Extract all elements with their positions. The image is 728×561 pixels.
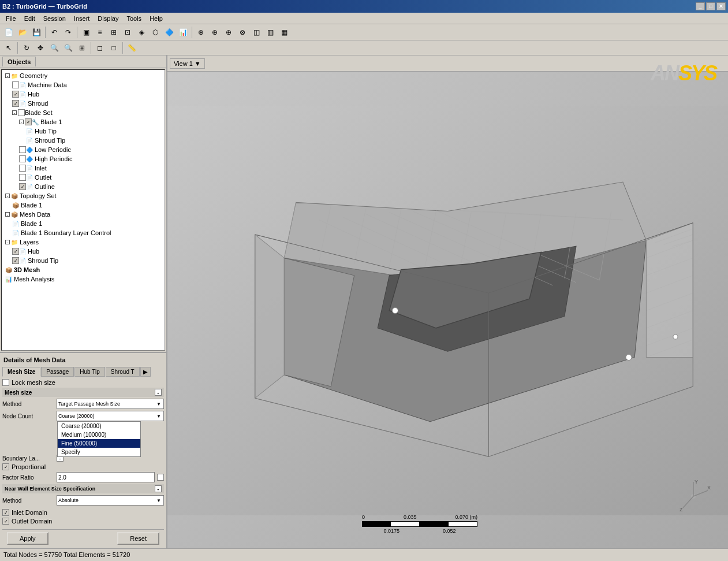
objects-tab[interactable]: Objects [2,57,36,66]
tool-4[interactable]: ⊡ [121,26,134,39]
tool-1[interactable]: ▣ [80,26,92,39]
mesh-size-collapse[interactable]: - [155,389,162,396]
near-wall-collapse[interactable]: - [155,485,162,492]
undo-button[interactable]: ↶ [48,26,61,39]
tree-hub[interactable]: ✓ 📄 Hub [3,90,163,99]
near-wall-method-select[interactable]: Absolute ▼ [57,495,164,506]
tab-passage[interactable]: Passage [41,367,74,377]
topology-toggle[interactable]: - [5,194,10,198]
tool-13[interactable]: ◫ [250,26,263,39]
tree-mesh-data[interactable]: - 📦 Mesh Data [3,210,163,219]
menu-tools[interactable]: Tools [123,14,145,23]
tool-12[interactable]: ⊗ [236,26,249,39]
cursor-button[interactable]: ↖ [2,42,15,54]
pan-button[interactable]: ✥ [34,42,47,54]
geometry-toggle[interactable]: - [5,73,10,78]
zoom-fit-button[interactable]: ⊞ [76,42,88,54]
dropdown-fine[interactable]: Fine (500000) [58,439,140,448]
tree-layers-shroud[interactable]: ✓ 📄 Shroud Tip [3,256,163,265]
tree-low-periodic[interactable]: 🔷 Low Periodic [3,145,163,154]
hub-check[interactable]: ✓ [12,91,19,98]
proportional-check[interactable]: ✓ [2,463,9,470]
view-iso[interactable]: ◻ [94,42,106,54]
tool-2[interactable]: ≡ [94,26,106,39]
apply-button[interactable]: Apply [7,532,48,545]
ruler-button[interactable]: 📏 [125,42,138,54]
mesh-data-toggle[interactable]: - [5,212,10,217]
tab-more[interactable]: ▶ [140,367,151,377]
layers-shroud-check[interactable]: ✓ [12,257,19,264]
menu-edit[interactable]: Edit [21,14,39,23]
reset-button[interactable]: Reset [117,532,159,545]
tool-8[interactable]: 📊 [177,26,189,39]
tool-5[interactable]: ◈ [135,26,148,39]
tree-mesh-analysis[interactable]: 📊 Mesh Analysis [3,274,163,284]
method-select[interactable]: Target Passage Mesh Size ▼ [57,399,164,409]
view-label[interactable]: View 1 ▼ [170,58,205,69]
outlet-domain-check[interactable]: ✓ [2,518,9,525]
menu-help[interactable]: Help [146,14,166,23]
tool-11[interactable]: ⊕ [222,26,235,39]
dropdown-coarse[interactable]: Coarse (20000) [58,422,140,430]
high-periodic-check[interactable] [19,155,26,162]
tab-shroud-t[interactable]: Shroud T [106,367,140,377]
layers-toggle[interactable]: - [5,240,10,244]
factor-ratio-check[interactable] [157,474,164,481]
tree-blade-1[interactable]: - ✓ 🔧 Blade 1 [3,117,163,127]
maximize-button[interactable]: □ [706,2,715,10]
tree-layers-hub[interactable]: ✓ 📄 Hub [3,247,163,256]
inlet-check[interactable] [19,165,26,172]
dropdown-medium[interactable]: Medium (100000) [58,430,140,439]
blade1-check[interactable]: ✓ [25,118,32,125]
tree-topology-set[interactable]: - 📦 Topology Set [3,191,163,200]
blade-set-toggle[interactable]: - [12,110,17,115]
inlet-domain-check[interactable]: ✓ [2,509,9,516]
close-button[interactable]: ✕ [716,2,726,10]
tree-3d-mesh[interactable]: 📦 3D Mesh [3,265,163,274]
tree-blade-set[interactable]: - Blade Set [3,108,163,117]
tool-6[interactable]: ⬡ [149,26,162,39]
redo-button[interactable]: ↷ [62,26,74,39]
new-button[interactable]: 📄 [2,26,15,39]
tree-boundary-layer[interactable]: 📄 Blade 1 Boundary Layer Control [3,228,163,237]
save-button[interactable]: 💾 [30,26,43,39]
tree-hub-tip[interactable]: 📄 Hub Tip [3,127,163,136]
menu-file[interactable]: File [2,14,20,23]
menu-display[interactable]: Display [94,14,122,23]
tree-topology-blade1[interactable]: 📦 Blade 1 [3,200,163,210]
menu-insert[interactable]: Insert [70,14,94,23]
tab-mesh-size[interactable]: Mesh Size [2,367,40,377]
tool-14[interactable]: ▥ [264,26,277,39]
zoom-in-button[interactable]: 🔍 [48,42,61,54]
factor-ratio-input[interactable]: 2.0 [57,472,155,482]
tree-geometry[interactable]: - 📁 Geometry [3,71,163,80]
low-periodic-check[interactable] [19,146,26,153]
tree-outline[interactable]: ✓ 📄 Outline [3,182,163,191]
tool-9[interactable]: ⊕ [195,26,207,39]
machine-data-check[interactable] [12,81,19,88]
menu-session[interactable]: Session [40,14,69,23]
dropdown-specify[interactable]: Specify [58,448,140,456]
outlet-check[interactable] [19,174,26,181]
tool-10[interactable]: ⊕ [208,26,221,39]
tree-layers[interactable]: - 📁 Layers [3,237,163,247]
tree-shroud-tip-blade[interactable]: 📄 Shroud Tip [3,136,163,145]
lock-mesh-size-check[interactable] [2,379,9,386]
tool-7[interactable]: 🔷 [163,26,176,39]
tree-machine-data[interactable]: 📄 Machine Data [3,80,163,90]
zoom-out-button[interactable]: 🔍 [62,42,74,54]
tab-hub-tip[interactable]: Hub Tip [74,367,104,377]
tree-shroud[interactable]: ✓ 📄 Shroud [3,99,163,108]
minimize-button[interactable]: _ [696,2,705,10]
layers-hub-check[interactable]: ✓ [12,248,19,255]
tree-high-periodic[interactable]: 🔷 High Periodic [3,154,163,164]
tree-mesh-blade1[interactable]: 📄 Blade 1 [3,219,163,228]
tree-inlet[interactable]: 📄 Inlet [3,164,163,173]
tool-15[interactable]: ▦ [278,26,290,39]
open-button[interactable]: 📂 [16,26,29,39]
rotate-button[interactable]: ↻ [20,42,33,54]
node-count-select[interactable]: Coarse (20000) ▼ [57,411,164,421]
blade-set-check[interactable] [18,109,25,116]
tool-3[interactable]: ⊞ [107,26,120,39]
window-controls[interactable]: _ □ ✕ [696,2,726,10]
